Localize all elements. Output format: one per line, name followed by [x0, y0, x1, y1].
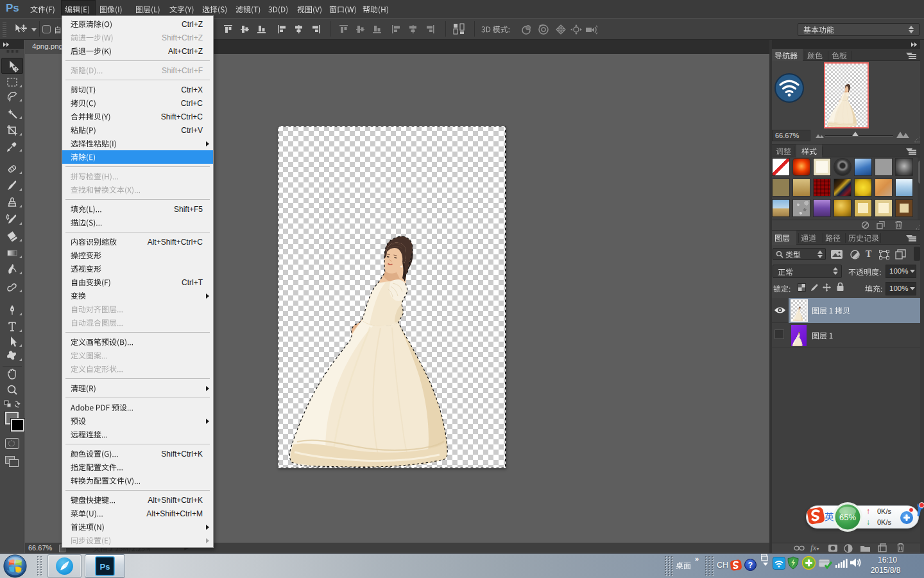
svg-text:65%: 65% [839, 512, 856, 522]
svg-text:Ps: Ps [100, 562, 110, 572]
svg-text:?: ? [748, 561, 753, 570]
